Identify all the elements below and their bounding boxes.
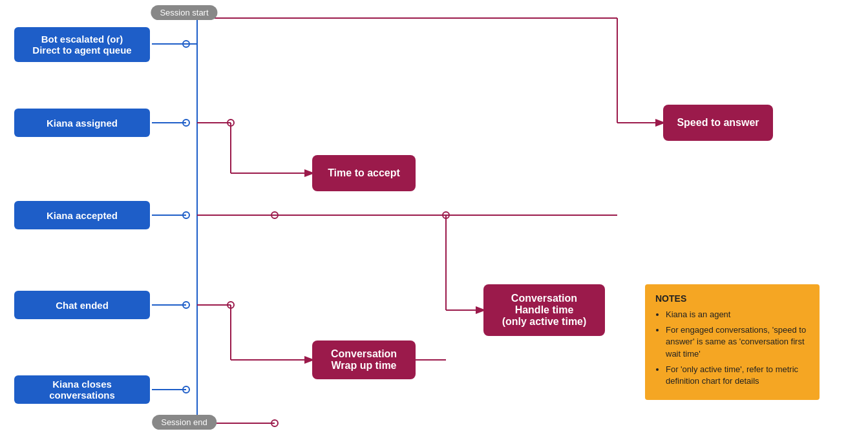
svg-point-9	[228, 120, 234, 126]
notes-box: NOTES Kiana is an agent For engaged conv…	[645, 284, 820, 400]
notes-list: Kiana is an agent For engaged conversati…	[655, 309, 809, 387]
event-box-kiana-accepted: Kiana accepted	[14, 201, 150, 229]
event-box-chat-ended: Chat ended	[14, 291, 150, 319]
process-box-speed-to-answer: Speed to answer	[663, 105, 773, 141]
svg-point-5	[183, 41, 189, 47]
session-start-label: Session start	[151, 5, 217, 20]
svg-point-12	[183, 212, 189, 218]
notes-item-2: For engaged conversations, 'speed to ans…	[666, 324, 809, 360]
svg-point-17	[443, 212, 449, 218]
process-box-conv-wrap-up: Conversation Wrap up time	[312, 340, 416, 379]
svg-point-22	[228, 302, 234, 308]
svg-point-6	[183, 120, 189, 126]
svg-point-15	[271, 212, 278, 218]
event-box-kiana-assigned: Kiana assigned	[14, 109, 150, 137]
event-box-bot-escalated: Bot escalated (or) Direct to agent queue	[14, 27, 150, 62]
diagram-container: Session start Session end Bot escalated …	[0, 0, 868, 440]
process-box-conv-handle-time: Conversation Handle time (only active ti…	[483, 284, 605, 336]
notes-title: NOTES	[655, 293, 809, 304]
session-end-label: Session end	[152, 415, 217, 430]
svg-point-28	[183, 386, 189, 393]
notes-item-3: For 'only active time', refer to metric …	[666, 364, 809, 387]
svg-point-19	[183, 302, 189, 308]
notes-item-1: Kiana is an agent	[666, 309, 809, 320]
svg-point-31	[271, 420, 278, 426]
event-box-kiana-closes: Kiana closes conversations	[14, 375, 150, 404]
process-box-time-to-accept: Time to accept	[312, 155, 416, 191]
